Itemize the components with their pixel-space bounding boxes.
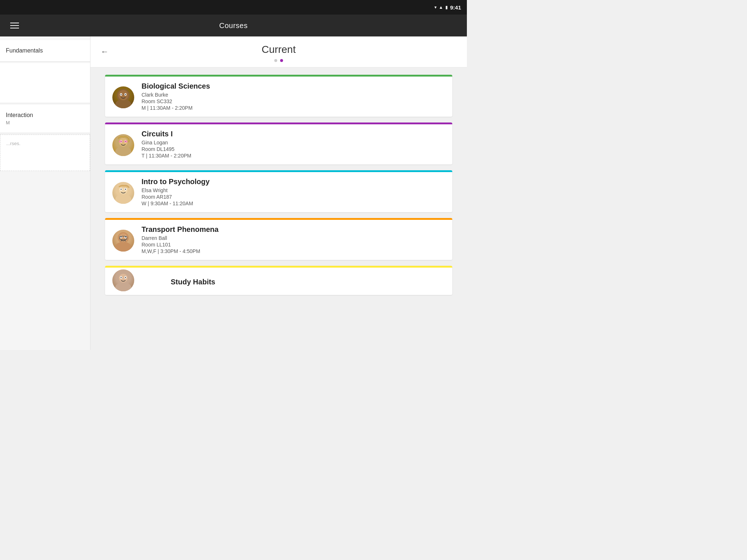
page-header: ← Current [90,36,467,67]
course-card-biological-sciences[interactable]: Biological Sciences Clark Burke Room SC3… [105,75,452,117]
course-name-circuits: Circuits I [142,130,445,138]
avatar-darren [112,230,134,252]
page-title: Current [90,44,467,55]
dot-2 [280,59,283,62]
course-room-circuits: Room DL1495 [142,146,445,152]
course-room-psychology: Room AR187 [142,194,445,200]
status-icons: ▾ ▲ ▮ 9:41 [434,4,461,11]
svg-point-38 [121,277,122,278]
course-time-biological-sciences: M | 11:30AM - 2:20PM [142,105,445,111]
right-panel: ← Current [90,36,467,350]
course-instructor-biological-sciences: Clark Burke [142,92,445,98]
course-time-transport: M,W,F | 3:30PM - 4:50PM [142,248,445,254]
status-bar: ▾ ▲ ▮ 9:41 [0,0,467,15]
sidebar-item-interaction[interactable]: Interaction M [0,105,90,133]
svg-point-22 [125,188,126,190]
course-instructor-psychology: Elsa Wright [142,187,445,193]
course-name-transport: Transport Phenomena [142,225,445,234]
sidebar-fundamentals-label: Fundamentals [6,47,84,54]
nav-bar: Courses [0,15,467,36]
sidebar-dashed-item: ...rses. [0,135,90,171]
partial-course-name: Study Habits [171,275,215,286]
course-info-transport: Transport Phenomena Darren Ball Room LL1… [142,224,445,254]
svg-point-29 [125,236,126,237]
svg-point-15 [124,140,128,143]
avatar-study [112,269,134,291]
svg-point-8 [115,146,131,156]
course-name-biological-sciences: Biological Sciences [142,82,445,90]
sidebar-item-fundamentals[interactable]: Fundamentals [0,40,90,62]
svg-point-2 [118,90,128,100]
course-info-biological-sciences: Biological Sciences Clark Burke Room SC3… [142,81,445,111]
wifi-icon: ▾ [434,5,437,10]
svg-point-1 [115,99,131,108]
course-time-psychology: W | 9:30AM - 11:20AM [142,201,445,206]
sidebar-interaction-sub: M [6,120,84,125]
course-room-biological-sciences: Room SC332 [142,98,445,104]
status-time: 9:41 [450,4,461,11]
avatar-clark [112,86,134,108]
sidebar-empty-1 [0,63,90,103]
courses-container: Biological Sciences Clark Burke Room SC3… [90,67,467,302]
main-content: Fundamentals Interaction M ...rses. ← Cu… [0,36,467,350]
course-instructor-transport: Darren Ball [142,235,445,241]
course-time-circuits: T | 11:30AM - 2:20PM [142,153,445,159]
signal-icon: ▲ [439,5,443,10]
pagination-dots [90,59,467,63]
svg-point-6 [125,94,126,95]
svg-point-17 [115,194,131,204]
svg-point-5 [121,94,122,95]
svg-line-31 [121,240,121,241]
sidebar-interaction-label: Interaction [6,112,84,118]
avatar-clark-face [112,86,134,108]
course-info-psychology: Intro to Psychology Elsa Wright Room AR1… [142,176,445,206]
course-card-psychology[interactable]: Intro to Psychology Elsa Wright Room AR1… [105,170,452,212]
avatar-elsa [112,182,134,204]
svg-point-39 [125,277,126,278]
svg-point-28 [121,236,122,237]
svg-line-32 [125,240,125,241]
course-name-psychology: Intro to Psychology [142,178,445,186]
course-info-circuits: Circuits I Gina Logan Room DL1495 T | 11… [142,128,445,159]
course-card-study-habits[interactable]: Study Habits [105,266,452,295]
svg-point-34 [115,282,131,291]
battery-icon: ▮ [445,5,448,10]
back-button[interactable]: ← [98,44,112,59]
course-card-transport[interactable]: Transport Phenomena Darren Ball Room LL1… [105,218,452,260]
course-instructor-circuits: Gina Logan [142,140,445,145]
course-room-transport: Room LL101 [142,242,445,248]
course-card-circuits[interactable]: Circuits I Gina Logan Room DL1495 T | 11… [105,122,452,164]
nav-title: Courses [219,22,248,30]
svg-point-14 [119,140,123,143]
hamburger-button[interactable] [7,20,22,31]
dot-1 [274,59,277,62]
sidebar: Fundamentals Interaction M ...rses. [0,36,90,350]
svg-point-24 [115,242,131,252]
avatar-gina [112,134,134,156]
svg-point-21 [121,188,122,190]
sidebar-dashed-text: ...rses. [6,141,20,146]
